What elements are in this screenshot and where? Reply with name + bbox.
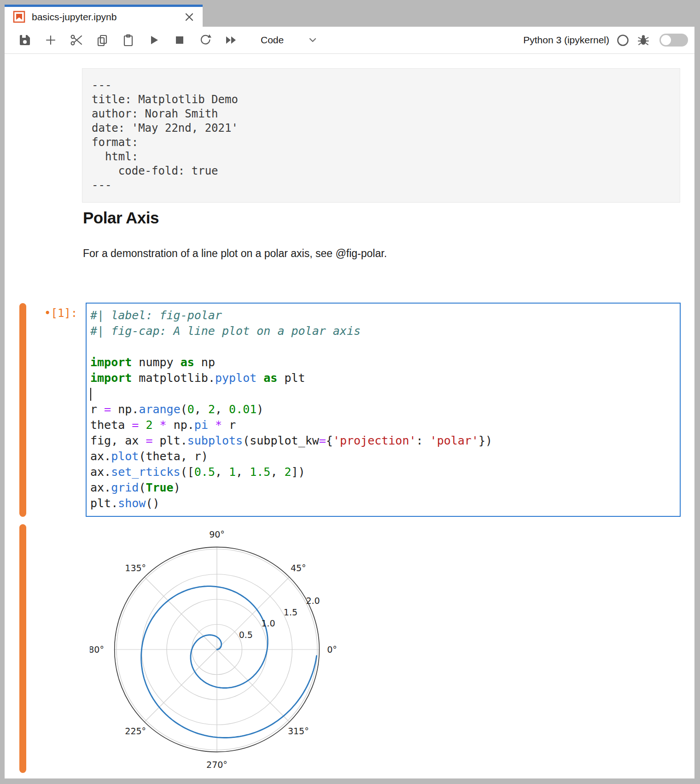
text-cursor — [90, 388, 91, 401]
angle-tick-label: 135° — [125, 563, 146, 573]
simple-mode-toggle[interactable] — [659, 34, 688, 47]
code-editor[interactable]: #| label: fig-polar#| fig-cap: A line pl… — [86, 303, 681, 517]
output-cell-collapser[interactable] — [19, 524, 26, 773]
input-cell-collapser[interactable] — [19, 303, 26, 517]
restart-run-all-button[interactable] — [218, 30, 244, 50]
notebook-icon — [13, 11, 25, 23]
toggle-knob — [661, 35, 671, 45]
execution-count-prompt: •[1]: — [44, 307, 77, 320]
radial-tick-label: 0.5 — [239, 630, 253, 640]
page-title: Polar Axis — [83, 209, 159, 227]
notebook-tab[interactable]: basics-jupyter.ipynb — [5, 5, 203, 27]
radial-tick-label: 2.0 — [306, 596, 320, 606]
chevron-down-icon — [308, 35, 318, 45]
angle-tick-label: 315° — [288, 726, 309, 736]
kernel-idle-circle-icon — [617, 34, 629, 47]
tab-title: basics-jupyter.ipynb — [32, 12, 117, 23]
save-icon — [19, 34, 31, 46]
restart-icon — [199, 34, 212, 47]
yaml-line: title: Matplotlib Demo — [92, 93, 671, 107]
run-cell-button[interactable] — [141, 30, 167, 50]
angle-tick-label: 270° — [206, 760, 228, 770]
stop-icon — [175, 35, 185, 45]
polar-plot-output: 0°45°90°135°180°225°270°315°0.51.01.52.0 — [90, 521, 344, 775]
debugger-button[interactable] — [637, 34, 649, 46]
paste-cells-button[interactable] — [115, 30, 141, 50]
add-cell-button[interactable] — [38, 30, 64, 50]
angle-tick-label: 225° — [125, 726, 146, 736]
run-icon — [148, 35, 159, 46]
fast-forward-icon — [225, 35, 238, 46]
angle-tick-label: 180° — [90, 644, 104, 655]
radial-tick-label: 1.0 — [261, 618, 275, 628]
kernel-name[interactable]: Python 3 (ipykernel) — [523, 35, 609, 46]
application-window: basics-jupyter.ipynb — [0, 0, 700, 784]
paste-icon — [122, 34, 134, 47]
interrupt-kernel-button[interactable] — [167, 30, 192, 50]
cut-cells-button[interactable] — [64, 30, 89, 50]
radial-tick-label: 1.5 — [284, 607, 298, 617]
yaml-line: --- — [92, 178, 671, 193]
bug-icon — [637, 34, 649, 46]
yaml-line: --- — [92, 78, 671, 93]
cell-type-selector[interactable]: Code — [261, 35, 318, 46]
yaml-line: code-fold: true — [92, 164, 671, 178]
cell-type-value: Code — [261, 35, 284, 46]
angle-tick-label: 0° — [327, 644, 337, 655]
markdown-paragraph: For a demonstration of a line plot on a … — [83, 247, 387, 260]
notebook-content: --- title: Matplotlib Demo author: Norah… — [5, 54, 694, 778]
copy-cells-button[interactable] — [89, 30, 115, 50]
save-button[interactable] — [12, 30, 38, 50]
yaml-line: author: Norah Smith — [92, 107, 671, 121]
polar-plot: 0°45°90°135°180°225°270°315°0.51.01.52.0 — [90, 521, 344, 775]
yaml-line: format: — [92, 135, 671, 150]
yaml-frontmatter-block: --- title: Matplotlib Demo author: Norah… — [82, 68, 680, 203]
yaml-line: date: 'May 22nd, 2021' — [92, 121, 671, 135]
copy-icon — [96, 34, 109, 47]
yaml-line: html: — [92, 150, 671, 164]
close-icon[interactable] — [184, 12, 194, 22]
notebook-toolbar: Code Python 3 (ipykernel) — [5, 27, 694, 54]
cut-icon — [70, 34, 83, 47]
angle-tick-label: 90° — [209, 529, 225, 539]
angle-tick-label: 45° — [291, 563, 306, 573]
restart-kernel-button[interactable] — [192, 30, 218, 50]
add-cell-icon — [45, 34, 57, 46]
